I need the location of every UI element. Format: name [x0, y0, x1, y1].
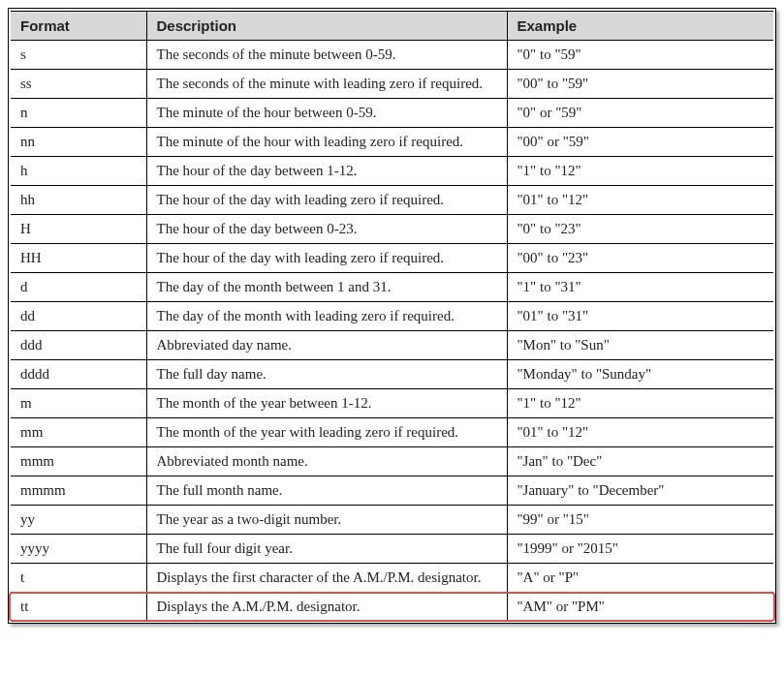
cell-format: t [11, 564, 146, 593]
table-row: HHThe hour of the day with leading zero … [11, 244, 773, 273]
cell-description: The seconds of the minute between 0-59. [146, 41, 507, 70]
table-header: Format Description Example [11, 12, 773, 41]
table-row: dThe day of the month between 1 and 31."… [11, 273, 773, 302]
cell-example: "1" to "31" [507, 273, 773, 302]
table-row: hhThe hour of the day with leading zero … [11, 186, 773, 215]
header-description: Description [146, 12, 507, 41]
cell-example: "0" or "59" [507, 99, 773, 128]
cell-description: The full month name. [146, 476, 507, 506]
table-row: yyThe year as a two-digit number."99" or… [11, 506, 773, 535]
cell-description: The month of the year with leading zero … [146, 418, 507, 447]
cell-format: tt [11, 593, 146, 622]
cell-example: "1" to "12" [507, 157, 773, 186]
cell-example: "1" to "12" [507, 389, 773, 418]
table-row: HThe hour of the day between 0-23."0" to… [11, 215, 773, 244]
cell-description: The day of the month with leading zero i… [146, 302, 507, 331]
cell-format: yyyy [11, 535, 146, 564]
cell-description: The hour of the day between 0-23. [146, 215, 507, 244]
cell-description: The month of the year between 1-12. [146, 389, 507, 418]
cell-description: Abbreviated month name. [146, 447, 507, 476]
cell-example: "01" to "12" [507, 418, 773, 447]
cell-description: The seconds of the minute with leading z… [146, 70, 507, 99]
header-format: Format [11, 12, 146, 41]
cell-format: dd [11, 302, 146, 331]
cell-description: Displays the first character of the A.M.… [146, 564, 507, 593]
cell-example: "0" to "23" [507, 215, 773, 244]
table-row: mmThe month of the year with leading zer… [11, 418, 773, 447]
cell-description: The hour of the day between 1-12. [146, 157, 507, 186]
cell-example: "00" to "23" [507, 244, 773, 273]
cell-format: HH [11, 244, 146, 273]
cell-description: The hour of the day with leading zero if… [146, 186, 507, 215]
cell-example: "99" or "15" [507, 506, 773, 535]
cell-example: "A" or "P" [507, 564, 773, 593]
table-row: ddddThe full day name."Monday" to "Sunda… [11, 360, 773, 389]
cell-example: "00" or "59" [507, 128, 773, 157]
cell-description: The day of the month between 1 and 31. [146, 273, 507, 302]
cell-description: The year as a two-digit number. [146, 506, 507, 535]
table-row: sThe seconds of the minute between 0-59.… [11, 41, 773, 70]
cell-example: "Monday" to "Sunday" [507, 360, 773, 389]
cell-format: mmm [11, 447, 146, 476]
cell-example: "Mon" to "Sun" [507, 331, 773, 360]
cell-example: "01" to "31" [507, 302, 773, 331]
cell-example: "01" to "12" [507, 186, 773, 215]
cell-description: The full four digit year. [146, 535, 507, 564]
table-row: tDisplays the first character of the A.M… [11, 564, 773, 593]
table-row: mThe month of the year between 1-12."1" … [11, 389, 773, 418]
cell-format: ddd [11, 331, 146, 360]
cell-example: "0" to "59" [507, 41, 773, 70]
cell-format: d [11, 273, 146, 302]
cell-description: The full day name. [146, 360, 507, 389]
cell-format: h [11, 157, 146, 186]
cell-example: "AM" or "PM" [507, 593, 773, 622]
cell-example: "Jan" to "Dec" [507, 447, 773, 476]
cell-example: "00" to "59" [507, 70, 773, 99]
cell-description: The minute of the hour with leading zero… [146, 128, 507, 157]
cell-format: H [11, 215, 146, 244]
table-body: sThe seconds of the minute between 0-59.… [11, 41, 773, 622]
table-row: dddAbbreviated day name."Mon" to "Sun" [11, 331, 773, 360]
cell-format: dddd [11, 360, 146, 389]
table-row: ssThe seconds of the minute with leading… [11, 70, 773, 99]
table-row: hThe hour of the day between 1-12."1" to… [11, 157, 773, 186]
format-table: Format Description Example sThe seconds … [11, 11, 773, 621]
cell-format: nn [11, 128, 146, 157]
cell-format: mmmm [11, 476, 146, 506]
cell-description: The hour of the day with leading zero if… [146, 244, 507, 273]
document-wrapper: Format Description Example sThe seconds … [8, 8, 776, 624]
header-example: Example [507, 12, 773, 41]
cell-format: ss [11, 70, 146, 99]
cell-description: The minute of the hour between 0-59. [146, 99, 507, 128]
table-container: Format Description Example sThe seconds … [11, 11, 773, 621]
cell-format: hh [11, 186, 146, 215]
cell-example: "1999" or "2015" [507, 535, 773, 564]
cell-format: mm [11, 418, 146, 447]
cell-description: Abbreviated day name. [146, 331, 507, 360]
table-row: nThe minute of the hour between 0-59."0"… [11, 99, 773, 128]
cell-format: m [11, 389, 146, 418]
cell-format: n [11, 99, 146, 128]
cell-description: Displays the A.M./P.M. designator. [146, 593, 507, 622]
cell-example: "January" to "December" [507, 476, 773, 506]
cell-format: yy [11, 506, 146, 535]
table-row: mmmmThe full month name."January" to "De… [11, 476, 773, 506]
table-row: ddThe day of the month with leading zero… [11, 302, 773, 331]
table-row: yyyyThe full four digit year."1999" or "… [11, 535, 773, 564]
table-row: mmmAbbreviated month name."Jan" to "Dec" [11, 447, 773, 476]
table-row: nnThe minute of the hour with leading ze… [11, 128, 773, 157]
cell-format: s [11, 41, 146, 70]
table-row: ttDisplays the A.M./P.M. designator."AM"… [11, 593, 773, 622]
